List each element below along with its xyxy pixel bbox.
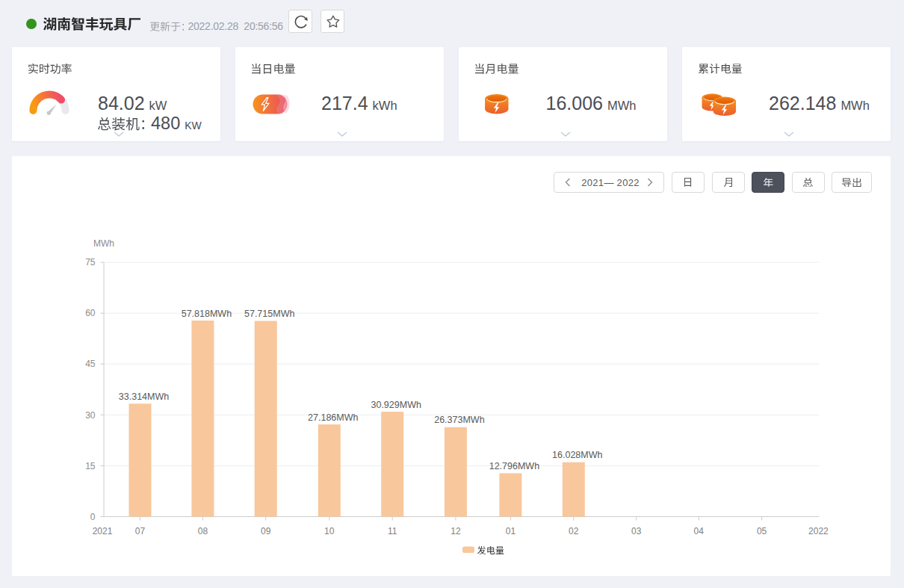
svg-text:27.186MWh: 27.186MWh xyxy=(308,412,358,423)
svg-text:MWh: MWh xyxy=(93,238,114,249)
svg-text:75: 75 xyxy=(85,257,96,267)
svg-text:2021: 2021 xyxy=(93,526,113,536)
svg-text:16.028MWh: 16.028MWh xyxy=(552,450,602,460)
svg-text:02: 02 xyxy=(569,526,579,536)
svg-text:03: 03 xyxy=(631,526,642,536)
svg-text:04: 04 xyxy=(694,526,705,536)
svg-text:12: 12 xyxy=(451,526,461,536)
svg-text:11: 11 xyxy=(388,526,397,536)
svg-text:12.796MWh: 12.796MWh xyxy=(489,461,539,471)
svg-text:01: 01 xyxy=(506,526,516,536)
svg-text:30: 30 xyxy=(85,410,96,421)
svg-text:0: 0 xyxy=(90,512,96,522)
svg-text:33.314MWh: 33.314MWh xyxy=(119,392,169,402)
svg-text:09: 09 xyxy=(261,526,271,536)
svg-text:08: 08 xyxy=(198,526,208,536)
svg-text:07: 07 xyxy=(135,526,146,536)
svg-text:57.715MWh: 57.715MWh xyxy=(244,309,294,319)
svg-text:2022: 2022 xyxy=(808,526,829,536)
svg-text:45: 45 xyxy=(85,359,96,369)
svg-text:10: 10 xyxy=(324,526,335,536)
svg-text:15: 15 xyxy=(85,461,96,471)
svg-text:26.373MWh: 26.373MWh xyxy=(434,415,484,425)
svg-text:30.929MWh: 30.929MWh xyxy=(371,400,421,410)
svg-text:60: 60 xyxy=(85,308,96,318)
svg-text:05: 05 xyxy=(757,526,767,536)
svg-text:57.818MWh: 57.818MWh xyxy=(182,309,232,319)
